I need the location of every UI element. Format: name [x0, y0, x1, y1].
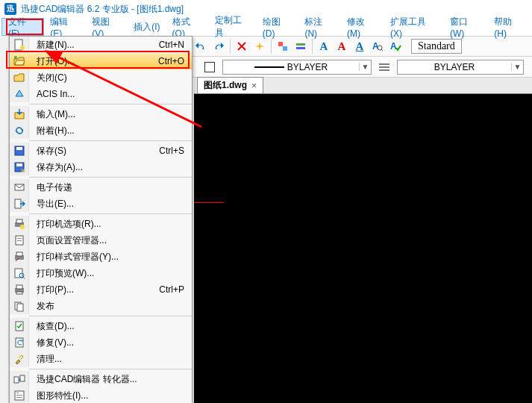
menu-item-label: 保存(S) [29, 145, 159, 157]
layer-state-icon[interactable] [292, 38, 309, 54]
layer-toggle-icon[interactable] [275, 38, 291, 54]
menu-item[interactable]: 绘图(D) [257, 18, 299, 36]
menu-item[interactable]: 帮助(H) [488, 18, 531, 36]
svg-rect-58 [17, 304, 23, 311]
menu-item-label: 导出(E)... [29, 198, 192, 210]
attach-icon [10, 122, 29, 139]
menu-item[interactable]: 插入(I) [128, 18, 166, 36]
title-text: 迅捷CAD编辑器 6.2 专业版 - [图纸1.dwg] [21, 3, 184, 16]
svg-rect-64 [16, 393, 19, 393]
svg-rect-40 [16, 163, 22, 166]
linetype-swatch-button[interactable] [376, 59, 392, 75]
file-menu-item[interactable]: 迅捷CAD编辑器 转化器... [10, 371, 192, 387]
import-icon [10, 106, 29, 122]
undo-icon[interactable] [193, 38, 209, 54]
menu-separator [29, 177, 192, 178]
text-underline-icon[interactable]: A [351, 38, 368, 54]
file-menu-item[interactable]: 导出(E)... [10, 196, 192, 212]
plot-style-icon [10, 249, 29, 265]
text-style-red-icon[interactable]: A [334, 38, 350, 54]
file-menu-item[interactable]: 打印(P)...Ctrl+P [10, 281, 192, 298]
menu-item-label: 清理... [29, 353, 192, 366]
print-preview-icon [10, 265, 29, 281]
text-style-a-icon[interactable]: A [316, 38, 332, 54]
menu-separator [29, 369, 192, 369]
new-icon [10, 37, 29, 53]
tab-close-icon[interactable]: × [251, 81, 257, 91]
file-menu-item[interactable]: 电子传递 [10, 179, 192, 196]
file-menu-item[interactable]: 清理... [10, 351, 192, 367]
menu-item-label: 打印预览(W)... [29, 267, 192, 280]
menu-item[interactable]: 编辑(E) [44, 18, 86, 36]
menu-separator [29, 104, 192, 104]
delete-icon[interactable] [234, 38, 250, 54]
file-menu-item[interactable]: 输入(M)... [10, 106, 192, 122]
svg-rect-44 [16, 219, 22, 223]
file-menu-item[interactable]: 打印样式管理器(Y)... [10, 249, 192, 265]
menu-item-shortcut: Ctrl+P [159, 284, 192, 295]
file-menu-item[interactable]: 打印机选项(R)... [10, 216, 192, 232]
menu-item-label: 图形特性(I)... [29, 390, 192, 402]
menu-item[interactable]: 视图(V) [86, 18, 128, 36]
menu-item-label: 新建(N)... [29, 39, 159, 51]
menu-item-label: 打印样式管理器(Y)... [29, 251, 192, 263]
file-menu-item[interactable]: ACIS In... [10, 86, 192, 102]
props-icon [10, 387, 29, 403]
menu-bar: 文件(F)编辑(E)视图(V)插入(I)格式(O)定制工具绘图(D)标注(N)修… [0, 18, 532, 36]
menu-item-label: 发布 [29, 300, 192, 313]
file-menu-item[interactable]: 打开(O)...Ctrl+O [10, 53, 192, 69]
text-style-dropdown[interactable]: Standard [411, 39, 462, 54]
svg-point-45 [20, 225, 25, 229]
file-menu-item[interactable]: 打印预览(W)... [10, 265, 192, 281]
file-menu-item[interactable]: 修复(V)... [10, 334, 192, 351]
document-tab[interactable]: 图纸1.dwg × [197, 77, 263, 93]
menu-item[interactable]: 窗口(W) [444, 18, 488, 36]
menu-item-label: 打印(P)... [29, 284, 159, 296]
svg-rect-42 [15, 199, 21, 208]
color-swatch-button[interactable] [201, 59, 218, 75]
file-menu-item[interactable]: 保存为(A)... [10, 159, 192, 175]
menu-item-label: 打印机选项(R)... [29, 218, 192, 231]
svg-point-35 [14, 56, 17, 59]
file-menu-item[interactable]: 新建(N)...Ctrl+N [10, 37, 192, 53]
drawn-line [194, 202, 224, 203]
saveas-icon [10, 159, 29, 175]
menu-item[interactable]: 格式(O) [166, 18, 209, 36]
menu-item-label: 迅捷CAD编辑器 转化器... [29, 373, 192, 386]
svg-line-53 [23, 277, 25, 278]
layer-color-dropdown[interactable]: BYLAYER ▼ [222, 60, 372, 75]
svg-rect-62 [20, 375, 25, 381]
drawing-area: 图纸1.dwg × [194, 78, 532, 403]
file-menu-item[interactable]: 图形特性(I)... [10, 387, 192, 403]
linetype-dropdown[interactable]: BYLAYER ▼ [397, 60, 524, 75]
svg-rect-24 [296, 43, 305, 46]
file-menu-dropdown: 新建(N)...Ctrl+N打开(O)...Ctrl+O关闭(C)ACIS In… [9, 36, 193, 403]
redo-icon[interactable] [210, 38, 227, 54]
menu-item[interactable]: 定制工具 [209, 18, 257, 36]
file-menu-item[interactable]: 保存(S)Ctrl+S [10, 143, 192, 159]
menu-item-label: 保存为(A)... [29, 161, 192, 174]
file-menu-item[interactable]: 关闭(C) [10, 69, 192, 86]
chevron-down-icon: ▼ [511, 63, 523, 71]
open-icon [10, 53, 29, 69]
etransmit-icon [10, 179, 29, 196]
menu-item-label: 电子传递 [29, 181, 192, 194]
menu-item[interactable]: 修改(M) [341, 18, 384, 36]
file-menu-item[interactable]: 页面设置管理器... [10, 232, 192, 249]
file-menu-item[interactable]: 核查(D)... [10, 318, 192, 334]
svg-rect-65 [16, 395, 22, 396]
canvas[interactable] [194, 94, 532, 403]
menu-item-shortcut: Ctrl+O [158, 56, 192, 66]
menu-item[interactable]: 文件(F) [1, 18, 44, 36]
text-find-icon[interactable]: A [369, 38, 386, 54]
svg-rect-25 [296, 47, 305, 49]
file-menu-item[interactable]: 发布 [10, 298, 192, 314]
convert-icon [10, 371, 29, 387]
close-icon [10, 69, 29, 86]
file-menu-item[interactable]: 附着(H)... [10, 122, 192, 139]
menu-item[interactable]: 扩展工具(X) [384, 18, 444, 36]
svg-rect-50 [16, 252, 22, 256]
text-check-icon[interactable]: A [387, 38, 404, 54]
sparkle-icon[interactable] [251, 38, 268, 54]
menu-item[interactable]: 标注(N) [298, 18, 341, 36]
